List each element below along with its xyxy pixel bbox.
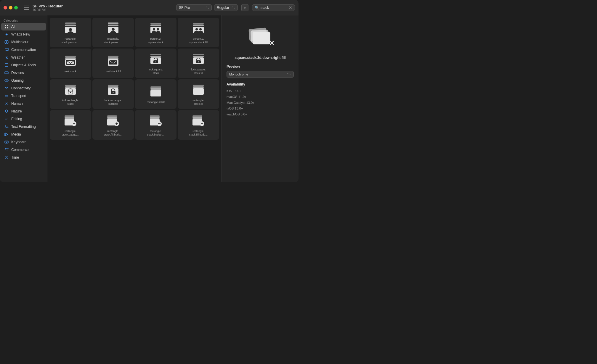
sidebar-item-media[interactable]: Media [1,131,46,138]
symbol-cell-lock-square-stack-fill[interactable]: lock.square.stack.fill [178,49,219,78]
person2-square-stack-icon [149,21,163,36]
time-icon [4,155,9,160]
symbol-cell-lock-rect-stack[interactable]: lock.rectangle.stack [50,79,91,109]
font-style-select[interactable]: Regular [214,4,238,11]
symbol-cell-rect-stack-person2[interactable]: rectangle.stack.person.... [92,18,134,47]
symbol-cell-rect-stack-person1[interactable]: rectangle.stack.person.... [50,18,91,47]
sidebar-item-commerce[interactable]: Commerce [1,146,46,154]
svg-rect-94 [107,115,117,117]
fullscreen-button[interactable] [14,6,18,9]
add-category-button[interactable]: + [1,162,46,170]
svg-point-17 [6,102,7,104]
symbol-label: rectangle.stack [147,101,165,104]
lock-square-stack-icon [149,52,163,66]
mail-stack-fill-icon [106,54,120,68]
sidebar-item-communication[interactable]: Communication [1,46,46,54]
sidebar-item-devices[interactable]: Devices [1,69,46,77]
svg-rect-3 [7,27,8,28]
detail-icon-preview [227,20,294,56]
lock-rect-stack-fill-icon [106,83,120,97]
sidebar-item-whats-new-label: What's New [11,32,30,36]
svg-rect-0 [5,25,6,26]
svg-rect-73 [65,86,76,88]
sidebar-item-connectivity[interactable]: Connectivity [1,84,46,92]
sidebar-item-weather[interactable]: Weather [1,54,46,61]
symbol-cell-lock-rect-stack-fill[interactable]: lock.rectangle.stack.fill [92,79,134,109]
sidebar-item-multicolour[interactable]: Multicolour [1,38,46,46]
availability-ios: iOS 13.0+ [227,88,294,94]
symbol-cell-rect-stack2[interactable]: rectangle.stack [135,79,176,109]
svg-point-15 [6,97,6,97]
symbol-cell-mail-stack[interactable]: mail.stack [50,49,91,78]
sidebar-item-objects-tools[interactable]: Objects & Tools [1,61,46,69]
symbol-cell-rect-stack-fill-badge-plus[interactable]: rectangle.stack.fill.badg... [92,110,134,140]
symbol-label: rectangle.stack.badge.... [147,130,165,136]
sidebar-item-whats-new[interactable]: ✦ What's New [1,30,46,38]
svg-point-6 [6,56,7,58]
close-button[interactable] [4,6,7,9]
svg-rect-44 [150,23,161,25]
sidebar-item-gaming-label: Gaming [11,78,24,83]
sidebar-item-text-formatting[interactable]: Aa Text Formatting [1,123,46,131]
sidebar-item-nature[interactable]: Nature [1,107,46,115]
rect-stack2-icon [149,85,163,99]
rect-stack-person1-icon [63,21,78,36]
symbol-cell-mail-stack-fill[interactable]: mail.stack.fill [92,49,134,78]
svg-rect-89 [65,117,74,119]
symbol-label: rectangle.stack.fill [192,99,204,106]
svg-rect-58 [108,56,118,57]
rect-stack-fill-badge-plus-icon [106,114,120,128]
sidebar-item-gaming[interactable]: Gaming [1,77,46,84]
symbol-label: person.2.square.stack.fill [189,37,208,44]
symbol-label: rectangle.stack.person.... [61,37,79,44]
symbol-cell-rect-stack-fill2[interactable]: rectangle.stack.fill [178,79,219,109]
font-name-title: SF Pro - Regular [33,4,173,8]
detail-symbol-name: square.stack.3d.down.right.fill [227,56,294,60]
svg-rect-78 [108,86,118,88]
titlebar: SF Pro - Regular 16.0d18e1 SF Pro Regula… [0,0,298,15]
availability-label: Availability [227,82,294,86]
rect-stack-person2-icon [106,21,120,36]
svg-rect-45 [150,25,161,26]
sidebar-item-all[interactable]: All [1,23,46,30]
svg-rect-62 [150,54,161,55]
font-family-select[interactable]: SF Pro [176,4,212,11]
search-icon: 🔍 [255,6,259,10]
clear-search-button[interactable]: ✕ [289,6,292,10]
sidebar-item-transport[interactable]: Transport [1,92,46,100]
svg-point-66 [155,62,156,62]
symbol-label: mail.stack [65,70,76,73]
symbol-cell-person2-square-stack[interactable]: person.2.square.stack [135,18,176,47]
sidebar-item-communication-label: Communication [11,48,36,52]
svg-rect-2 [5,27,6,28]
symbol-label: person.2.square.stack [148,37,163,44]
search-input[interactable] [261,6,287,10]
svg-point-52 [195,28,198,30]
symbol-cell-person2-square-stack-fill[interactable]: person.2.square.stack.fill [178,18,219,47]
gaming-icon [4,78,9,83]
sidebar-item-time[interactable]: Time [1,154,46,161]
svg-rect-14 [5,95,8,97]
nature-icon [4,109,9,114]
sidebar-toggle-button[interactable] [24,6,29,10]
svg-rect-68 [193,56,204,57]
sidebar: Categories All ✦ What's New Multicolour [0,15,47,182]
symbol-cell-rect-stack-badge-plus[interactable]: rectangle.stack.badge.... [50,110,91,140]
sidebar-item-human[interactable]: Human [1,100,46,107]
svg-rect-74 [65,88,76,95]
sidebar-item-keyboard[interactable]: Keyboard [1,138,46,146]
symbol-label: rectangle.stack.person.... [104,37,122,44]
symbol-cell-rect-stack-fill-badge-minus[interactable]: rectangle.stack.fill.badg... [178,110,219,140]
symbol-label: rectangle.stack.badge.... [62,130,79,136]
preview-mode-select[interactable]: Monochrome Hierarchical Palette Multicol… [227,71,294,78]
minimize-button[interactable] [9,6,12,9]
sidebar-item-editing[interactable]: Editing [1,115,46,123]
availability-tvos: tvOS 13.0+ [227,106,294,112]
svg-point-81 [113,92,114,93]
svg-rect-49 [193,23,204,25]
svg-point-42 [112,28,115,31]
symbol-cell-lock-square-stack[interactable]: lock.square.stack [135,49,176,78]
sidebar-item-editing-label: Editing [11,117,22,121]
symbol-cell-rect-stack-badge-minus[interactable]: rectangle.stack.badge.... [135,110,176,140]
more-button[interactable]: » [241,4,248,11]
